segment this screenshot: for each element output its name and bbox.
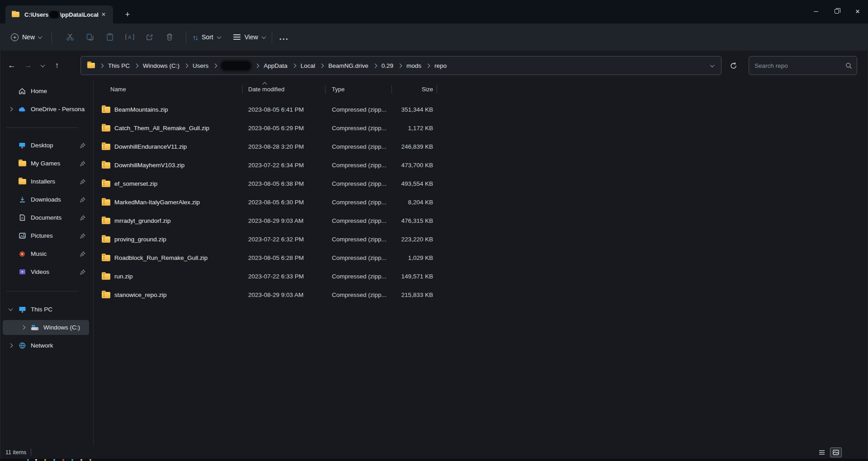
sidebar-item-this-pc[interactable]: This PC [3,302,89,317]
network-icon [18,342,26,349]
file-name: proving_ground.zip [114,236,166,243]
table-row[interactable]: BeamMountains.zip 2023-08-05 6:41 PM Com… [94,100,868,119]
column-separator[interactable] [325,85,326,94]
minimize-button[interactable] [806,0,826,23]
sidebar-item-desktop[interactable]: Desktop [3,138,89,153]
breadcrumb-0-29[interactable]: 0.29 [382,62,393,69]
tab-close-button[interactable]: ✕ [99,9,108,19]
explorer-tab[interactable]: C:\Users \ppData\Local ✕ [5,5,113,24]
delete-button[interactable] [160,28,179,46]
column-header-type[interactable]: Type [325,86,392,93]
breadcrumb-appdata[interactable]: AppData [264,62,288,69]
chevron-right-icon [426,63,430,68]
refresh-button[interactable] [725,57,741,74]
address-bar[interactable]: This PC Windows (C:) Users AppData Local… [80,56,722,75]
sidebar-item-label: Videos [31,268,75,275]
file-size: 149,571 KB [392,273,437,280]
taskbar-sliver [0,459,868,461]
details-view-button[interactable] [816,447,828,457]
breadcrumb-repo[interactable]: repo [434,62,447,69]
file-date: 2023-07-22 6:32 PM [242,236,325,243]
sidebar-item-label: Home [31,88,85,94]
status-bar: 11 items [0,446,868,459]
breadcrumb-windows-c[interactable]: Windows (C:) [143,62,179,69]
command-bar: + New [0,24,868,51]
breadcrumb-users[interactable]: Users [193,62,208,69]
chevron-right-icon [255,63,259,68]
search-input[interactable] [755,62,845,69]
file-date: 2023-08-29 9:03 AM [242,292,325,298]
breadcrumb-mods[interactable]: mods [406,62,421,69]
new-button[interactable]: + New [11,33,42,41]
up-button[interactable]: ↑ [49,58,65,73]
file-date: 2023-07-22 6:33 PM [242,273,325,280]
close-button[interactable]: ✕ [847,0,868,23]
folder-icon [18,179,26,184]
breadcrumb-beamng-drive[interactable]: BeamNG.drive [328,62,368,69]
address-dropdown-icon[interactable] [710,63,715,67]
history-dropdown-button[interactable] [36,58,49,73]
zip-folder-icon [102,218,110,224]
sort-dropdown[interactable]: ↑↓ Sort [193,33,221,41]
file-name: stanowice_repo.zip [114,292,167,298]
sidebar-item-my-games[interactable]: My Games [3,156,89,171]
column-headers: Name Date modified Type Size [94,82,868,96]
sidebar-item-music[interactable]: Music [3,246,89,261]
column-separator[interactable] [242,85,243,94]
paste-button[interactable] [100,28,120,46]
tab-title-prefix: C:\Users [24,11,48,18]
file-date: 2023-08-05 6:30 PM [242,199,325,206]
large-icons-view-button[interactable] [830,447,842,457]
view-toggles [816,447,842,457]
breadcrumb-this-pc[interactable]: This PC [108,62,130,69]
search-box[interactable] [749,56,857,75]
rename-button[interactable]: A [120,28,140,46]
maximize-restore-button[interactable] [826,0,847,23]
table-row[interactable]: mrradyt_grundorf.zip 2023-08-29 9:03 AM … [94,212,868,230]
table-row[interactable]: ef_somerset.zip 2023-08-05 6:38 PM Compr… [94,174,868,193]
file-size: 1,029 KB [392,254,437,261]
table-row[interactable]: Catch_Them_All_Remake_Gull.zip 2023-08-0… [94,119,868,137]
chevron-right-icon [373,63,377,68]
sidebar-item-pictures[interactable]: Pictures [3,228,89,243]
pin-icon [80,161,85,166]
file-size: 476,315 KB [392,217,437,224]
table-row[interactable]: Roadblock_Run_Remake_Gull.zip 2023-08-05… [94,249,868,267]
breadcrumb-local[interactable]: Local [301,62,315,69]
column-header-size[interactable]: Size [392,86,437,93]
column-header-name[interactable]: Name [94,86,242,93]
file-type: Compressed (zipp... [325,162,392,169]
sidebar-item-documents[interactable]: Documents [3,210,89,225]
file-name: DownhillEnduranceV11.zip [114,143,187,150]
table-row[interactable]: MarkedMan-ItalyGamerAlex.zip 2023-08-05 … [94,193,868,212]
sidebar-item-installers[interactable]: Installers [3,174,89,189]
forward-button[interactable]: → [20,58,36,73]
sidebar-item-videos[interactable]: Videos [3,264,89,279]
table-row[interactable]: run.zip 2023-07-22 6:33 PM Compressed (z… [94,267,868,286]
view-dropdown[interactable]: View [233,33,265,41]
table-row[interactable]: DownhillEnduranceV11.zip 2023-08-28 3:20… [94,137,868,156]
column-separator[interactable] [392,85,392,94]
back-button[interactable]: ← [4,58,20,73]
file-list-pane: Name Date modified Type Size BeamMountai… [94,80,868,446]
file-type: Compressed (zipp... [325,180,392,187]
sidebar-divider [6,127,79,128]
table-row[interactable]: DownhillMayhemV103.zip 2023-07-22 6:34 P… [94,156,868,174]
chevron-right-icon [8,343,13,348]
new-tab-button[interactable]: + [121,8,134,21]
share-button[interactable] [140,28,160,46]
copy-button[interactable] [80,28,100,46]
more-options-button[interactable]: ... [279,35,289,39]
sidebar-item-windows-c[interactable]: Windows (C:) [3,320,89,335]
sidebar-item-network[interactable]: Network [3,338,89,353]
sidebar-item-onedrive[interactable]: OneDrive - Persona [3,102,89,117]
table-row[interactable]: stanowice_repo.zip 2023-08-29 9:03 AM Co… [94,286,868,304]
navigation-row: ← → ↑ This PC Windows (C:) Users AppData… [0,51,868,80]
cut-button[interactable] [60,28,80,46]
column-header-date-modified[interactable]: Date modified [242,86,325,93]
column-separator[interactable] [437,85,437,94]
table-row[interactable]: proving_ground.zip 2023-07-22 6:32 PM Co… [94,230,868,249]
file-name: DownhillMayhemV103.zip [114,162,184,169]
sidebar-item-downloads[interactable]: Downloads [3,192,89,207]
sidebar-item-home[interactable]: Home [3,84,89,99]
